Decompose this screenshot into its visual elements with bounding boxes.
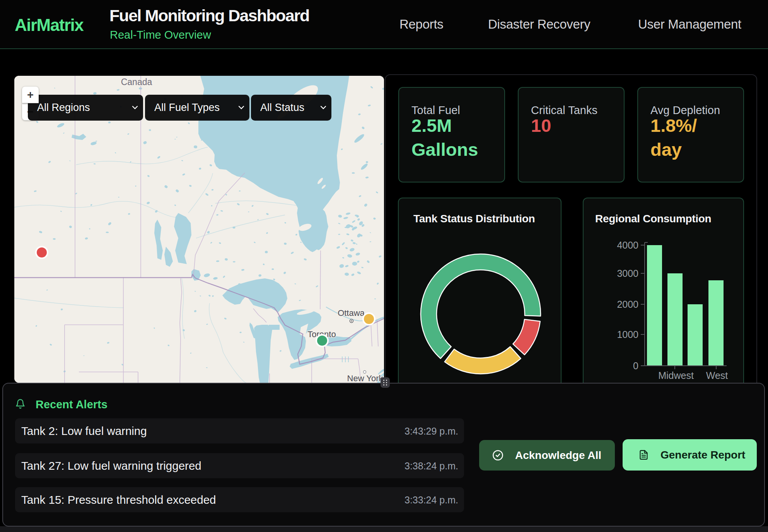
svg-text:3000: 3000 <box>617 268 638 279</box>
svg-text:Midwest: Midwest <box>658 370 694 381</box>
svg-text:0: 0 <box>633 360 638 371</box>
svg-text:New York: New York <box>347 373 384 383</box>
svg-text:Canada: Canada <box>121 77 152 87</box>
svg-text:Ottawa: Ottawa <box>338 308 365 318</box>
svg-text:1000: 1000 <box>617 329 638 340</box>
svg-text:2000: 2000 <box>617 299 638 310</box>
svg-text:West: West <box>706 370 728 381</box>
svg-text:4000: 4000 <box>617 240 638 251</box>
